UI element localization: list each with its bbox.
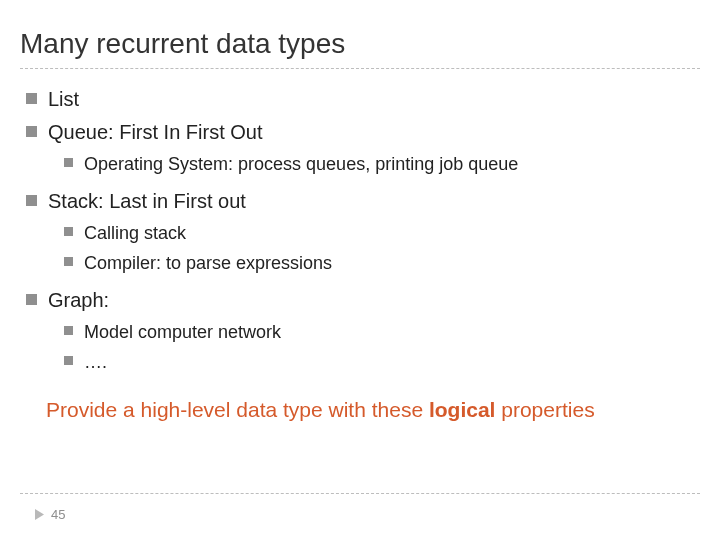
slide: Many recurrent data types List Queue: Fi… <box>0 0 720 540</box>
bullet-text: Graph: <box>48 289 109 311</box>
bullet-text: Calling stack <box>84 223 186 243</box>
list-item: Graph: Model computer network …. <box>24 286 702 375</box>
bullet-text: Compiler: to parse expressions <box>84 253 332 273</box>
list-item: Operating System: process queues, printi… <box>62 151 702 177</box>
page-bullet-icon <box>35 509 44 520</box>
list-item: …. <box>62 349 702 375</box>
bullet-text: Queue: First In First Out <box>48 121 263 143</box>
sub-list: Operating System: process queues, printi… <box>48 151 702 177</box>
list-item: Queue: First In First Out Operating Syst… <box>24 118 702 177</box>
list-item: Compiler: to parse expressions <box>62 250 702 276</box>
bullet-text: Model computer network <box>84 322 281 342</box>
slide-content: List Queue: First In First Out Operating… <box>0 69 720 426</box>
conclusion-bold: logical <box>429 398 496 421</box>
bullet-text: …. <box>84 352 107 372</box>
page-number-container: 45 <box>35 507 65 522</box>
svg-marker-0 <box>35 509 44 520</box>
bullet-text: Operating System: process queues, printi… <box>84 154 518 174</box>
sub-list: Model computer network …. <box>48 319 702 375</box>
footer-divider <box>20 493 700 494</box>
conclusion-prefix: Provide a high-level data type with thes… <box>46 398 429 421</box>
bullet-text: List <box>48 88 79 110</box>
list-item: List <box>24 85 702 114</box>
bullet-list: List Queue: First In First Out Operating… <box>18 85 702 375</box>
list-item: Stack: Last in First out Calling stack C… <box>24 187 702 276</box>
bullet-text: Stack: Last in First out <box>48 190 246 212</box>
page-number: 45 <box>51 507 65 522</box>
conclusion-suffix: properties <box>495 398 594 421</box>
conclusion-line: Provide a high-level data type with thes… <box>46 395 680 425</box>
list-item: Calling stack <box>62 220 702 246</box>
slide-title: Many recurrent data types <box>0 0 720 68</box>
list-item: Model computer network <box>62 319 702 345</box>
sub-list: Calling stack Compiler: to parse express… <box>48 220 702 276</box>
